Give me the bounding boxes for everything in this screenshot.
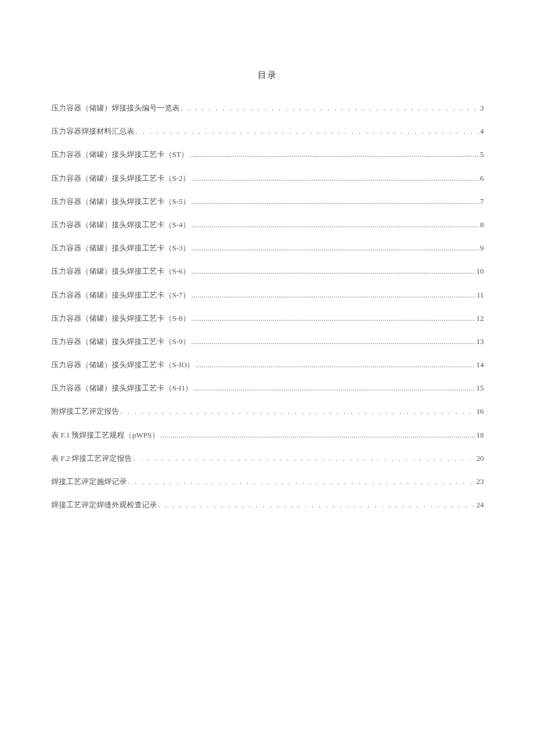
- toc-leader-dots: . . . . . . . . . . . . . . . . . . . . …: [133, 454, 475, 464]
- toc-item: 压力容器焊接材料汇总表 . . . . . . . . . . . . . . …: [51, 126, 484, 137]
- toc-entry-page: 8: [480, 220, 484, 230]
- toc-leader-dots: ........................................…: [191, 337, 475, 347]
- toc-entry-label: 压力容器焊接材料汇总表: [51, 126, 134, 137]
- toc-leader-dots: ........................................…: [191, 220, 479, 230]
- toc-entry-page: 18: [476, 430, 484, 440]
- toc-entry-label: 压力容器（储罐）接头焊接工艺卡（ST）: [51, 149, 188, 160]
- toc-leader-dots: ........................................…: [191, 243, 479, 253]
- toc-item: 压力容器（储罐）接头焊接工艺卡（ST）.....................…: [51, 149, 484, 160]
- toc-item: 压力容器（储罐）接头焊接工艺卡（S-7）....................…: [51, 290, 484, 300]
- toc-entry-page: 13: [476, 336, 484, 347]
- toc-leader-dots: ........................................…: [194, 384, 475, 393]
- toc-entry-page: 7: [480, 196, 484, 207]
- toc-leader-dots: ........................................…: [191, 197, 479, 207]
- toc-entry-page: 5: [480, 149, 484, 160]
- toc-entry-label: 压力容器（储罐）接头焊接工艺卡（S-7）: [51, 290, 190, 300]
- toc-entry-page: 14: [476, 360, 484, 370]
- toc-entry-label: 压力容器（储罐）接头焊接工艺卡（S-IO）: [51, 360, 194, 370]
- toc-entry-page: 12: [476, 313, 484, 324]
- toc-entry-page: 6: [480, 173, 484, 184]
- toc-leader-dots: ........................................…: [191, 174, 479, 184]
- toc-entry-label: 压力容器（储罐）接头焊接工艺卡（S-3）: [51, 243, 190, 253]
- toc-entry-label: 表 F.1 预焊接工艺规程（pWPS）: [51, 430, 159, 440]
- toc-entry-page: 10: [476, 266, 484, 277]
- toc-entry-page: 11: [476, 290, 484, 300]
- toc-entry-label: 压力容器（储罐）接头焊接工艺卡（S-9）: [51, 336, 190, 347]
- toc-item: 压力容器（储罐）接头焊接工艺卡（S-4）....................…: [51, 220, 484, 230]
- toc-entry-page: 4: [480, 126, 484, 137]
- toc-entry-label: 压力容器（储罐）接头焊接工艺卡（S-I1）: [51, 383, 192, 393]
- toc-entry-page: 23: [476, 476, 484, 487]
- toc-entry-page: 24: [476, 500, 484, 510]
- toc-entry-page: 20: [476, 453, 484, 464]
- toc-leader-dots: ........................................…: [191, 314, 475, 324]
- toc-list: 压力容器（储罐）焊接接头编号一览表 . . . . . . . . . . . …: [51, 103, 484, 510]
- toc-item: 焊接工艺评定焊缝外观检查记录 . . . . . . . . . . . . .…: [51, 500, 484, 510]
- toc-entry-label: 压力容器（储罐）接头焊接工艺卡（S-8）: [51, 313, 190, 324]
- toc-item: 表 F.2 焊接工艺评定报告 . . . . . . . . . . . . .…: [51, 453, 484, 464]
- toc-entry-label: 压力容器（储罐）焊接接头编号一览表: [51, 103, 180, 113]
- toc-leader-dots: . . . . . . . . . . . . . . . . . . . . …: [128, 477, 475, 487]
- toc-entry-label: 表 F.2 焊接工艺评定报告: [51, 453, 132, 464]
- toc-item: 附焊接工艺评定报告 . . . . . . . . . . . . . . . …: [51, 406, 484, 417]
- toc-entry-label: 焊接工艺评定施焊记录: [51, 476, 127, 487]
- toc-leader-dots: . . . . . . . . . . . . . . . . . . . . …: [158, 500, 475, 510]
- toc-leader-dots: . . . . . . . . . . . . . . . . . . . . …: [135, 127, 479, 137]
- toc-leader-dots: ........................................…: [190, 150, 479, 160]
- toc-item: 压力容器（储罐）接头焊接工艺卡（S-9）....................…: [51, 336, 484, 347]
- toc-item: 压力容器（储罐）接头焊接工艺卡（S-IO）...................…: [51, 360, 484, 370]
- toc-entry-page: 3: [480, 103, 484, 113]
- toc-entry-page: 16: [476, 406, 484, 417]
- toc-item: 压力容器（储罐）接头焊接工艺卡（S-8）....................…: [51, 313, 484, 324]
- toc-entry-label: 压力容器（储罐）接头焊接工艺卡（S-2）: [51, 173, 190, 184]
- toc-item: 压力容器（储罐）接头焊接工艺卡（S-5）....................…: [51, 196, 484, 207]
- toc-leader-dots: ........................................…: [195, 360, 475, 370]
- toc-leader-dots: ........................................…: [191, 267, 475, 277]
- toc-item: 压力容器（储罐）接头焊接工艺卡（S-2）....................…: [51, 173, 484, 184]
- toc-leader-dots: . . . . . . . . . . . . . . . . . . . . …: [120, 407, 475, 417]
- toc-entry-label: 压力容器（储罐）接头焊接工艺卡（S-6）: [51, 266, 190, 277]
- toc-item: 表 F.1 预焊接工艺规程（pWPS）.....................…: [51, 430, 484, 440]
- toc-item: 压力容器（储罐）焊接接头编号一览表 . . . . . . . . . . . …: [51, 103, 484, 113]
- toc-leader-dots: . . . . . . . . . . . . . . . . . . . . …: [181, 103, 479, 113]
- toc-title: 目录: [51, 70, 484, 81]
- toc-entry-label: 压力容器（储罐）接头焊接工艺卡（S-5）: [51, 196, 190, 207]
- toc-entry-page: 9: [480, 243, 484, 253]
- toc-item: 压力容器（储罐）接头焊接工艺卡（S-I1）...................…: [51, 383, 484, 393]
- toc-leader-dots: ........................................…: [191, 291, 475, 300]
- toc-leader-dots: ........................................…: [160, 431, 475, 440]
- toc-entry-label: 附焊接工艺评定报告: [51, 406, 119, 417]
- toc-entry-label: 压力容器（储罐）接头焊接工艺卡（S-4）: [51, 220, 190, 230]
- toc-entry-label: 焊接工艺评定焊缝外观检查记录: [51, 500, 157, 510]
- document-page: 目录 压力容器（储罐）焊接接头编号一览表 . . . . . . . . . .…: [0, 0, 535, 510]
- toc-item: 压力容器（储罐）接头焊接工艺卡（S-6）....................…: [51, 266, 484, 277]
- toc-entry-page: 15: [476, 383, 484, 393]
- toc-item: 焊接工艺评定施焊记录 . . . . . . . . . . . . . . .…: [51, 476, 484, 487]
- toc-item: 压力容器（储罐）接头焊接工艺卡（S-3）....................…: [51, 243, 484, 253]
